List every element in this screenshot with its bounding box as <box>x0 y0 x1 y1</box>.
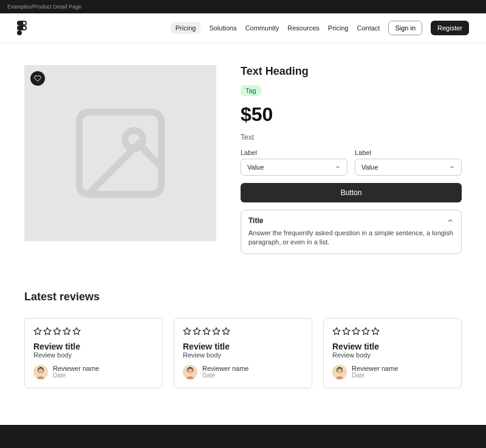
star-icon <box>212 327 221 336</box>
star-icon <box>63 327 71 336</box>
product-price: $50 <box>241 103 462 126</box>
nav-pricing-2[interactable]: Pricing <box>328 24 349 32</box>
svg-marker-11 <box>44 328 51 334</box>
svg-marker-29 <box>362 328 369 334</box>
product-image <box>24 65 216 241</box>
reviewer-name: Reviewer name <box>53 365 99 372</box>
reviewer: Reviewer name Date <box>33 365 154 379</box>
svg-marker-22 <box>222 328 230 334</box>
svg-point-33 <box>337 368 342 373</box>
select-value-1: Value <box>247 164 264 171</box>
svg-marker-14 <box>73 328 80 334</box>
reviews-heading: Latest reviews <box>24 291 462 303</box>
product-heading: Text Heading <box>241 65 462 78</box>
star-icon <box>72 327 81 336</box>
svg-marker-12 <box>53 328 61 334</box>
figma-logo-icon <box>17 21 27 35</box>
header: Pricing Solutions Community Resources Pr… <box>0 13 486 43</box>
chevron-down-icon <box>449 164 455 170</box>
svg-marker-10 <box>34 328 41 334</box>
review-body: Review body <box>332 351 453 359</box>
reviewer: Reviewer name Date <box>183 365 303 379</box>
star-icon <box>342 327 351 336</box>
nav-solutions[interactable]: Solutions <box>209 24 236 32</box>
product-tag: Tag <box>241 85 261 96</box>
star-rating <box>33 327 154 336</box>
svg-rect-7 <box>21 21 23 30</box>
register-button[interactable]: Register <box>431 21 469 35</box>
accordion: Title Answer the frequently asked questi… <box>241 210 462 254</box>
accordion-header[interactable]: Title <box>248 216 454 225</box>
breadcrumb: Examples/Product Detail Page <box>0 0 486 13</box>
select-label-2: Label <box>355 149 462 156</box>
svg-marker-30 <box>372 328 379 334</box>
svg-marker-18 <box>183 328 191 334</box>
svg-marker-27 <box>343 328 350 334</box>
star-icon <box>183 327 191 336</box>
star-icon <box>53 327 61 336</box>
nav-resources[interactable]: Resources <box>287 24 320 32</box>
svg-point-4 <box>17 30 22 35</box>
star-icon <box>222 327 230 336</box>
star-icon <box>43 327 52 336</box>
star-icon <box>352 327 360 336</box>
reviewer: Reviewer name Date <box>332 365 453 379</box>
svg-point-5 <box>23 22 26 24</box>
chevron-up-icon <box>447 217 454 224</box>
review-title: Review title <box>33 342 154 351</box>
reviewer-date: Date <box>202 372 248 379</box>
nav-community[interactable]: Community <box>245 24 279 32</box>
star-rating <box>183 327 303 336</box>
heart-icon <box>34 75 41 82</box>
review-body: Review body <box>33 351 154 359</box>
reviewer-date: Date <box>352 372 398 379</box>
chevron-down-icon <box>335 164 341 170</box>
avatar <box>183 365 197 379</box>
star-rating <box>332 327 453 336</box>
review-title: Review title <box>332 342 453 351</box>
star-icon <box>33 327 42 336</box>
review-body: Review body <box>183 351 303 359</box>
nav-pricing[interactable]: Pricing <box>171 22 201 34</box>
review-card: Review title Review body Reviewer name D… <box>24 318 163 388</box>
primary-button[interactable]: Button <box>241 183 462 202</box>
svg-marker-20 <box>203 328 210 334</box>
star-icon <box>332 327 341 336</box>
avatar <box>33 365 48 379</box>
svg-point-25 <box>188 368 193 373</box>
reviewer-name: Reviewer name <box>352 365 398 372</box>
accordion-title: Title <box>248 216 263 225</box>
svg-marker-26 <box>333 328 340 334</box>
nav: Pricing Solutions Community Resources Pr… <box>171 21 469 35</box>
signin-button[interactable]: Sign in <box>388 21 422 35</box>
svg-point-17 <box>38 368 43 373</box>
reviewer-date: Date <box>53 372 99 379</box>
star-icon <box>361 327 370 336</box>
svg-point-6 <box>23 27 26 29</box>
favorite-button[interactable] <box>30 71 45 86</box>
nav-contact[interactable]: Contact <box>357 24 380 32</box>
select-1[interactable]: Value <box>241 159 347 176</box>
select-value-2: Value <box>361 164 378 171</box>
select-label-1: Label <box>241 149 347 156</box>
product-description: Text <box>241 133 462 142</box>
avatar <box>332 365 347 379</box>
reviewer-name: Reviewer name <box>202 365 248 372</box>
image-placeholder-icon <box>66 98 175 208</box>
star-icon <box>193 327 201 336</box>
svg-marker-21 <box>213 328 220 334</box>
svg-marker-28 <box>352 328 360 334</box>
review-card: Review title Review body Reviewer name D… <box>323 318 462 388</box>
svg-marker-19 <box>193 328 200 334</box>
svg-marker-13 <box>63 328 70 334</box>
star-icon <box>371 327 380 336</box>
select-2[interactable]: Value <box>355 159 462 176</box>
accordion-body: Answer the frequently asked question in … <box>248 229 454 247</box>
review-title: Review title <box>183 342 303 351</box>
star-icon <box>202 327 211 336</box>
review-card: Review title Review body Reviewer name D… <box>174 318 312 388</box>
